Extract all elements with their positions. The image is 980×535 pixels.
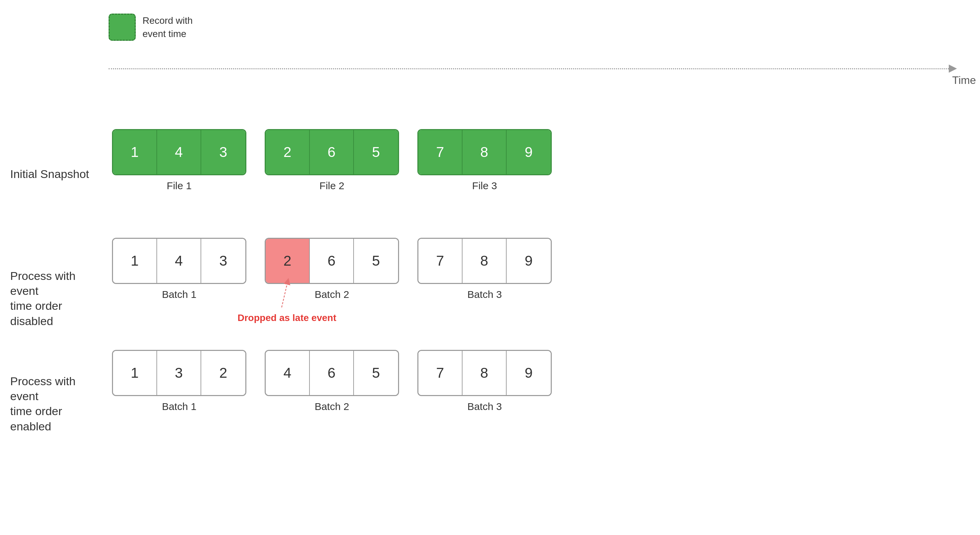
label-batch3-disabled: Batch 3	[467, 289, 502, 300]
cell-b1d-2: 4	[157, 239, 201, 283]
row-label-initial-snapshot: Initial Snapshot	[10, 166, 99, 181]
group-file2: 2 6 5 File 2	[265, 129, 399, 192]
timeline-arrow	[949, 64, 957, 73]
label-file2: File 2	[319, 180, 344, 192]
cell-b2d-pink: 2	[266, 239, 310, 283]
cell-b3e-3: 9	[507, 351, 551, 395]
label-batch1-enabled: Batch 1	[162, 401, 196, 412]
cell-b3e-1: 7	[418, 351, 463, 395]
dropped-arrow-svg	[237, 278, 326, 316]
cell-b2d-3: 5	[354, 239, 398, 283]
records-batch1-enabled: 1 3 2	[112, 350, 247, 396]
records-file2: 2 6 5	[265, 129, 399, 175]
cell-b1d-1: 1	[113, 239, 157, 283]
legend-record-box	[108, 14, 136, 41]
cell-b2e-1: 4	[266, 351, 310, 395]
cell-file1-2: 4	[157, 130, 201, 174]
label-batch2-enabled: Batch 2	[315, 401, 349, 412]
cell-b2d-2: 6	[310, 239, 354, 283]
cell-file2-3: 5	[354, 130, 398, 174]
label-batch3-enabled: Batch 3	[467, 401, 502, 412]
row-label-disabled: Process with eventtime order disabled	[10, 268, 99, 329]
cell-b3e-2: 8	[463, 351, 507, 395]
records-batch1-disabled: 1 4 3	[112, 238, 247, 284]
legend-text: Record with event time	[143, 14, 193, 40]
dropped-label: Dropped as late event	[237, 313, 336, 323]
cell-file2-2: 6	[310, 130, 354, 174]
cell-b3d-3: 9	[507, 239, 551, 283]
records-file1: 1 4 3	[112, 129, 247, 175]
cell-file1-3: 3	[201, 130, 245, 174]
cell-b1e-3: 2	[201, 351, 245, 395]
cell-file3-3: 9	[507, 130, 551, 174]
legend: Record with event time	[108, 14, 193, 41]
records-batch3-disabled: 7 8 9	[417, 238, 552, 284]
group-batch1-enabled: 1 3 2 Batch 1	[112, 350, 247, 412]
records-file3: 7 8 9	[417, 129, 552, 175]
group-batch3-enabled: 7 8 9 Batch 3	[417, 350, 552, 412]
records-batch3-enabled: 7 8 9	[417, 350, 552, 396]
cell-file3-1: 7	[418, 130, 463, 174]
cell-b1d-3: 3	[201, 239, 245, 283]
cell-file2-1: 2	[266, 130, 310, 174]
label-batch1-disabled: Batch 1	[162, 289, 196, 300]
timeline: Time	[108, 68, 957, 69]
label-file1: File 1	[167, 180, 191, 192]
cell-b3d-2: 8	[463, 239, 507, 283]
timeline-line: Time	[108, 68, 949, 69]
cell-b3d-1: 7	[418, 239, 463, 283]
cell-b1e-2: 3	[157, 351, 201, 395]
group-batch1-disabled: 1 4 3 Batch 1	[112, 238, 247, 300]
cell-b2e-3: 5	[354, 351, 398, 395]
timeline-label: Time	[952, 74, 976, 86]
row-label-enabled: Process with eventtime order enabled	[10, 374, 99, 434]
group-file1: 1 4 3 File 1	[112, 129, 247, 192]
records-batch2-disabled: 2 6 5	[265, 238, 399, 284]
diagram-container: Record with event time Time Initial Snap…	[0, 0, 980, 535]
group-batch2-enabled: 4 6 5 Batch 2	[265, 350, 399, 412]
records-batch2-enabled: 4 6 5	[265, 350, 399, 396]
label-file3: File 3	[472, 180, 497, 192]
cell-file3-2: 8	[463, 130, 507, 174]
group-batch3-disabled: 7 8 9 Batch 3	[417, 238, 552, 300]
cell-file1-1: 1	[113, 130, 157, 174]
cell-b2e-2: 6	[310, 351, 354, 395]
cell-b1e-1: 1	[113, 351, 157, 395]
svg-line-0	[282, 281, 288, 307]
group-file3: 7 8 9 File 3	[417, 129, 552, 192]
